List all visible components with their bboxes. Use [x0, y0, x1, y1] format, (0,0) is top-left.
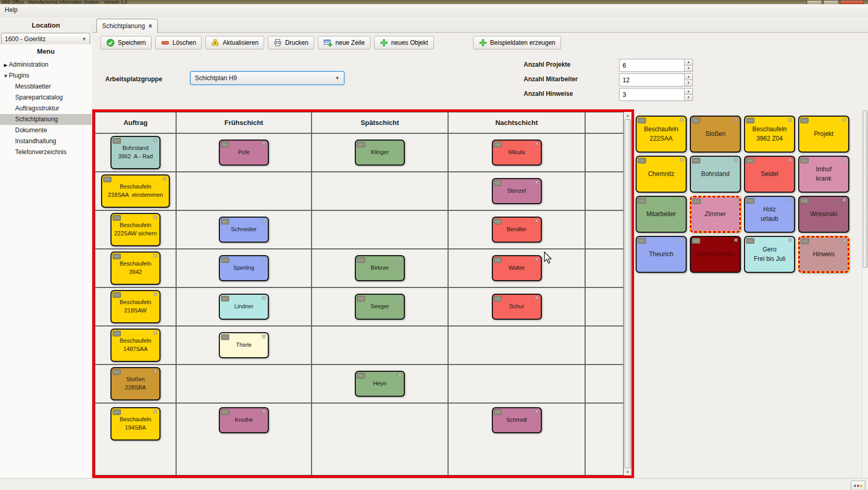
shift-card[interactable]: ...✕Klinger — [355, 140, 405, 166]
pool-card[interactable]: ...✕Stoßen — [690, 116, 741, 153]
card-options-icon[interactable]: ... — [494, 257, 502, 263]
card-options-icon[interactable]: ... — [638, 198, 646, 204]
scrollbar-thumb[interactable] — [625, 119, 631, 468]
card-options-icon[interactable]: ... — [113, 331, 121, 336]
spinner-down-icon[interactable]: ▼ — [684, 65, 693, 72]
shift-card[interactable]: ...✕Heyn — [355, 371, 405, 397]
speichern-button[interactable]: Speichern — [101, 36, 152, 49]
sidebar-item-auftragsstruktur[interactable]: Auftragsstruktur — [0, 103, 92, 114]
shift-card[interactable]: ...✕Beschaufeln222SAW sichern — [110, 213, 160, 246]
shift-card[interactable]: ...✕Seeger — [355, 294, 405, 320]
card-options-icon[interactable]: ... — [113, 409, 121, 415]
menu-item-help[interactable]: Help — [0, 4, 22, 16]
card-options-icon[interactable]: ... — [746, 238, 754, 244]
spinner-input[interactable] — [619, 73, 684, 86]
card-close-icon[interactable]: ✕ — [788, 117, 792, 123]
pool-card[interactable]: ...✕Mitarbeiter — [636, 196, 687, 233]
spinner-input[interactable] — [619, 59, 684, 72]
shift-card[interactable]: ...✕Knothe — [219, 407, 269, 433]
card-close-icon[interactable]: ✕ — [841, 237, 846, 244]
shift-card[interactable]: ...✕Pofe — [219, 140, 269, 166]
pool-card[interactable]: ...✕Bohrstand — [690, 156, 741, 193]
card-close-icon[interactable]: ✕ — [262, 256, 266, 263]
spinner-up-icon[interactable]: ▲ — [684, 88, 693, 94]
card-options-icon[interactable]: ... — [357, 142, 365, 147]
card-close-icon[interactable]: ✕ — [534, 295, 539, 301]
scrollbar-thumb[interactable] — [863, 110, 867, 268]
card-close-icon[interactable]: ✕ — [262, 408, 266, 415]
location-dropdown[interactable]: 1600 - Goerlitz ▼ — [1, 33, 90, 45]
card-close-icon[interactable]: ✕ — [734, 117, 738, 123]
arbeitsplatzgruppe-dropdown[interactable]: Schichtplan H9 ▼ — [190, 71, 344, 85]
pool-card[interactable]: ...✕Chemnitz — [636, 156, 687, 193]
shift-card[interactable]: ...✕Beschaufeln1487SAA — [110, 329, 160, 362]
card-close-icon[interactable]: ✕ — [734, 237, 738, 244]
spinner-down-icon[interactable]: ▼ — [684, 80, 693, 86]
card-options-icon[interactable]: ... — [494, 142, 502, 147]
spinner-down-icon[interactable]: ▼ — [684, 94, 693, 101]
beispieldaten-button[interactable]: Beispieldaten erzeugen — [473, 36, 561, 49]
pool-scrollbar[interactable] — [862, 109, 868, 478]
shift-card[interactable]: ...✕Lindner — [219, 294, 269, 320]
card-close-icon[interactable]: ✕ — [153, 137, 158, 144]
shift-card[interactable]: ...✕Sperling — [219, 255, 269, 281]
shift-card[interactable]: ...✕Thiele — [219, 332, 269, 358]
card-options-icon[interactable]: ... — [494, 409, 502, 415]
pool-card[interactable]: ...✕Wresinski — [798, 196, 849, 233]
shift-card[interactable]: ...✕Schmidt — [492, 407, 542, 433]
card-close-icon[interactable]: ✕ — [398, 256, 402, 263]
neues-objekt-button[interactable]: neues Objekt — [374, 36, 434, 49]
pool-card[interactable]: ...✕Imhofkrank — [798, 156, 849, 193]
card-options-icon[interactable]: ... — [692, 238, 700, 244]
shift-card[interactable]: ...✕Beschaufeln3942 — [110, 252, 160, 285]
card-options-icon[interactable]: ... — [692, 118, 700, 123]
card-options-icon[interactable]: ... — [800, 118, 809, 123]
card-close-icon[interactable]: ✕ — [679, 157, 684, 164]
l-schen-button[interactable]: Löschen — [155, 36, 202, 49]
card-options-icon[interactable]: ... — [746, 198, 754, 204]
card-close-icon[interactable]: ✕ — [842, 157, 847, 164]
card-close-icon[interactable]: ✕ — [534, 141, 539, 147]
card-options-icon[interactable]: ... — [494, 296, 502, 301]
card-options-icon[interactable]: ... — [221, 296, 229, 301]
spinner-input[interactable] — [619, 88, 684, 101]
tree-expand-icon[interactable]: ▶ — [3, 60, 9, 71]
card-close-icon[interactable]: ✕ — [398, 372, 402, 379]
card-options-icon[interactable]: ... — [692, 158, 700, 164]
card-options-icon[interactable]: ... — [800, 198, 809, 204]
shift-card[interactable]: ...✕Mikula — [492, 140, 542, 166]
sidebar-item-dokumente[interactable]: Dokumente — [0, 125, 92, 136]
card-options-icon[interactable]: ... — [800, 158, 809, 164]
card-close-icon[interactable]: ✕ — [679, 237, 684, 244]
sidebar-item-plugins[interactable]: ▼Plugins — [0, 70, 92, 81]
card-close-icon[interactable]: ✕ — [153, 330, 158, 336]
card-options-icon[interactable]: ... — [113, 138, 121, 144]
card-close-icon[interactable]: ✕ — [679, 117, 684, 123]
card-options-icon[interactable]: ... — [113, 254, 121, 259]
tab-close-icon[interactable]: × — [148, 22, 152, 30]
card-close-icon[interactable]: ✕ — [788, 157, 792, 164]
card-close-icon[interactable]: ✕ — [153, 214, 158, 221]
card-options-icon[interactable]: ... — [113, 215, 121, 221]
shift-card[interactable]: ...✕Walter — [492, 255, 542, 281]
pool-card[interactable]: ...✕Seidel — [744, 156, 795, 193]
table-scrollbar[interactable]: ▲ ▼ — [624, 112, 631, 475]
card-close-icon[interactable]: ✕ — [842, 197, 847, 204]
card-close-icon[interactable]: ✕ — [679, 197, 684, 204]
pool-card[interactable]: ...✕Zimmer — [690, 196, 741, 233]
card-options-icon[interactable]: ... — [638, 238, 646, 244]
scrollbar-up-icon[interactable]: ▲ — [626, 112, 630, 119]
card-options-icon[interactable]: ... — [103, 177, 111, 182]
sidebar-item-schichtplanung[interactable]: Schichtplanung — [0, 114, 92, 125]
card-close-icon[interactable]: ✕ — [534, 179, 539, 186]
card-options-icon[interactable]: ... — [638, 118, 646, 123]
card-close-icon[interactable]: ✕ — [734, 157, 738, 164]
neue-zeile-button[interactable]: neue Zeile — [318, 36, 370, 49]
shift-card[interactable]: ...✕Beschaufeln218SAW — [110, 290, 160, 323]
card-close-icon[interactable]: ✕ — [163, 175, 167, 182]
card-close-icon[interactable]: ✕ — [788, 197, 792, 204]
card-options-icon[interactable]: ... — [638, 158, 646, 164]
card-close-icon[interactable]: ✕ — [788, 237, 792, 244]
card-close-icon[interactable]: ✕ — [262, 141, 266, 147]
shift-card[interactable]: ...✕Birkner — [355, 255, 405, 281]
